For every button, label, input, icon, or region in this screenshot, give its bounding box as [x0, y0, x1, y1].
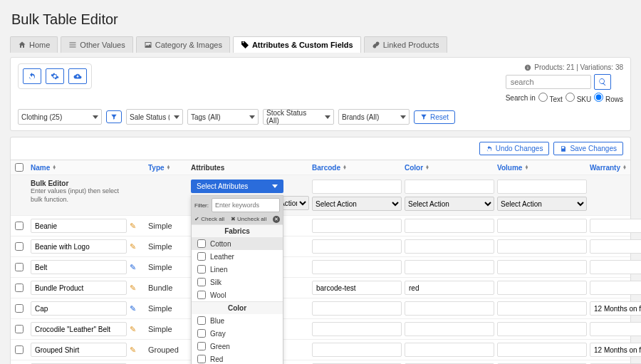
attribute-option-checkbox[interactable] — [197, 355, 206, 363]
color-input[interactable] — [405, 260, 494, 274]
bulk-color-action[interactable]: Select Action — [312, 197, 402, 211]
row-checkbox[interactable] — [15, 263, 24, 271]
filter-toggle-button[interactable] — [106, 110, 122, 123]
name-input[interactable] — [31, 239, 127, 254]
tab-attributes-custom-fields[interactable]: Attributes & Custom Fields — [233, 36, 361, 53]
name-input[interactable] — [31, 322, 127, 336]
select-all-checkbox[interactable] — [15, 163, 24, 172]
name-input[interactable] — [31, 219, 127, 233]
name-input[interactable] — [31, 281, 127, 295]
attribute-option[interactable]: Silk — [192, 276, 283, 288]
row-checkbox[interactable] — [15, 242, 24, 251]
edit-icon[interactable]: ✎ — [130, 304, 145, 313]
warranty-input[interactable] — [590, 301, 641, 316]
attribute-option[interactable]: Blue — [192, 314, 283, 327]
tab-other-values[interactable]: Other Values — [61, 36, 132, 53]
search-opt-rows[interactable]: Rows — [594, 93, 623, 103]
row-checkbox[interactable] — [15, 304, 24, 313]
barcode-input[interactable] — [312, 239, 402, 254]
row-checkbox[interactable] — [15, 222, 24, 230]
volume-input[interactable] — [497, 239, 587, 254]
close-icon[interactable]: ✕ — [273, 216, 280, 223]
warranty-input[interactable] — [590, 219, 641, 233]
attribute-option[interactable]: Leather — [192, 250, 283, 263]
attribute-option[interactable]: Wool — [192, 288, 283, 301]
uncheck-all-link[interactable]: ✖ Uncheck all — [231, 216, 267, 223]
edit-icon[interactable]: ✎ — [130, 242, 145, 251]
sale-status-select[interactable]: Sale Status ( All ) — [126, 109, 183, 125]
undo-changes-button[interactable]: Undo Changes — [479, 142, 550, 155]
row-checkbox[interactable] — [15, 345, 24, 354]
barcode-input[interactable] — [312, 343, 402, 357]
warranty-input[interactable] — [590, 343, 641, 357]
warranty-input[interactable] — [590, 260, 641, 274]
barcode-input[interactable] — [312, 322, 402, 336]
undo-button[interactable] — [23, 68, 41, 84]
edit-icon[interactable]: ✎ — [130, 345, 145, 355]
volume-input[interactable] — [497, 343, 587, 357]
volume-input[interactable] — [497, 281, 587, 295]
search-opt-sku[interactable]: SKU — [566, 93, 591, 103]
color-input[interactable] — [405, 281, 494, 295]
barcode-input[interactable] — [312, 260, 402, 274]
attribute-option-checkbox[interactable] — [197, 239, 206, 248]
col-name[interactable]: Name▲▼ — [31, 164, 127, 172]
col-warranty[interactable]: Warranty▲▼ — [590, 164, 641, 172]
attribute-option-checkbox[interactable] — [197, 329, 206, 338]
color-input[interactable] — [405, 219, 494, 233]
color-input[interactable] — [405, 343, 494, 357]
bulk-volume-input[interactable] — [405, 180, 494, 194]
col-color[interactable]: Color▲▼ — [405, 164, 494, 172]
barcode-input[interactable] — [312, 281, 402, 295]
bulk-color-input[interactable] — [312, 180, 402, 194]
row-checkbox[interactable] — [15, 284, 24, 292]
volume-input[interactable] — [497, 260, 587, 274]
warranty-input[interactable] — [590, 322, 641, 336]
col-type[interactable]: Type▲▼ — [148, 164, 188, 172]
attribute-option-checkbox[interactable] — [197, 342, 206, 350]
select-attributes-dropdown[interactable]: Select Attributes — [191, 180, 283, 193]
tab-category-images[interactable]: Category & Images — [136, 36, 230, 53]
bulk-warranty-action[interactable]: Select Action — [497, 197, 587, 211]
attribute-option-checkbox[interactable] — [197, 252, 206, 261]
name-input[interactable] — [31, 343, 127, 357]
tab-linked-products[interactable]: Linked Products — [364, 36, 447, 53]
bulk-volume-action[interactable]: Select Action — [405, 197, 494, 211]
check-all-link[interactable]: ✔ Check all — [194, 216, 224, 223]
color-input[interactable] — [405, 322, 494, 336]
name-input[interactable] — [31, 301, 127, 316]
volume-input[interactable] — [497, 219, 587, 233]
edit-icon[interactable]: ✎ — [130, 222, 145, 231]
category-select[interactable]: Clothing (25) — [18, 109, 102, 125]
search-input[interactable] — [506, 75, 591, 89]
attribute-option-checkbox[interactable] — [197, 265, 206, 274]
reset-button[interactable]: Reset — [414, 110, 455, 124]
warranty-input[interactable] — [590, 239, 641, 254]
attribute-option[interactable]: Green — [192, 340, 283, 353]
attribute-option[interactable]: Gray — [192, 327, 283, 340]
attribute-option[interactable]: Linen — [192, 263, 283, 276]
attribute-filter-input[interactable] — [212, 198, 280, 212]
search-opt-text[interactable]: Text — [538, 93, 563, 103]
warranty-input[interactable] — [590, 281, 641, 295]
barcode-input[interactable] — [312, 219, 402, 233]
download-button[interactable] — [68, 68, 87, 84]
volume-input[interactable] — [497, 301, 587, 316]
barcode-input[interactable] — [312, 301, 402, 316]
edit-icon[interactable]: ✎ — [130, 325, 145, 334]
settings-button[interactable] — [46, 68, 64, 84]
brands-select[interactable]: Brands (All) — [338, 109, 410, 125]
attribute-option-checkbox[interactable] — [197, 316, 206, 325]
row-checkbox[interactable] — [15, 325, 24, 333]
edit-icon[interactable]: ✎ — [130, 284, 145, 293]
attribute-option-checkbox[interactable] — [197, 278, 206, 286]
tab-home[interactable]: Home — [10, 36, 58, 53]
search-button[interactable] — [594, 74, 611, 90]
color-input[interactable] — [405, 239, 494, 254]
stock-status-select[interactable]: Stock Status (All) — [263, 109, 334, 125]
attribute-option[interactable]: Red — [192, 353, 283, 364]
col-volume[interactable]: Volume▲▼ — [497, 164, 587, 172]
save-changes-button[interactable]: Save Changes — [553, 142, 623, 155]
volume-input[interactable] — [497, 322, 587, 336]
attribute-option-checkbox[interactable] — [197, 291, 206, 299]
